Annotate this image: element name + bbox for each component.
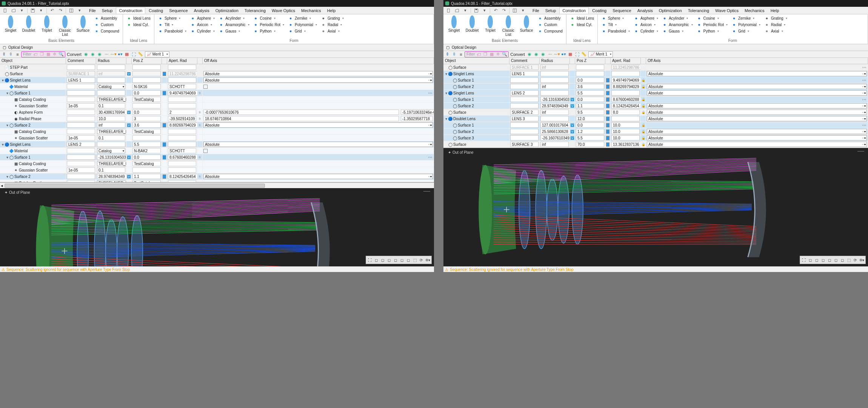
ribbon-python[interactable]: ●Python▾ [696,28,729,34]
menu-tolerancing[interactable]: Tolerancing [685,8,712,14]
tree-row[interactable]: 🔷MaterialCatalogN-SK16SCHOTT [0,83,434,90]
filter-gear-icon[interactable]: ✲ [51,51,58,57]
open-file-icon[interactable] [453,8,461,14]
ribbon-paraboloid[interactable]: ●Paraboloid▾ [157,28,188,34]
chevron-down-icon[interactable]: ▾ [519,8,527,14]
vt-cube-icon[interactable]: ⬚ [846,257,852,263]
chevron-down-icon[interactable]: ▾ [462,8,469,14]
more-icon[interactable]: ››› [862,111,866,114]
ribbon-grating[interactable]: ●Grating▾ [320,15,345,21]
tree-row[interactable]: ◯SurfaceSURFACE 1inf11.2245298786››› [443,64,868,71]
menu-coating[interactable]: Coating [589,8,609,14]
vt-fit-icon[interactable]: ⛶ [801,257,807,263]
menu-help[interactable]: Help [768,8,782,14]
ribbon-axial[interactable]: ●Axial▾ [763,28,788,34]
vt-gear-icon[interactable]: ✲▾ [425,257,431,263]
arrows-icon[interactable]: ⇳ [451,51,457,57]
arrows-icon[interactable]: ⇳ [8,51,14,57]
undo-icon[interactable]: ↶ [492,8,499,14]
filter-tag-icon[interactable]: 🏷 [476,51,482,57]
tree-row[interactable]: ▦Catalog CoatingTHREELAYER_EXTestCatalog [0,180,434,182]
tree-row[interactable]: ✴Gaussian Scatter1e-050.1 [0,103,434,109]
vt-fit-icon[interactable]: ⛶ [367,257,373,263]
vt-box6-icon[interactable]: ◻ [405,257,411,263]
grid-icon[interactable]: ▦ [567,51,574,57]
ribbon-polynomial[interactable]: ●Polynomial▾ [287,22,318,28]
tree-row[interactable]: ◉Radial Phase10.03-39.502914109⎘18.67467… [0,116,434,122]
tree-table[interactable]: Object Comment Radius Pos Z Apert. Rad O… [443,58,868,148]
redo-icon[interactable]: ↷ [57,8,64,14]
more-icon[interactable]: ››› [862,85,866,88]
h-scrollbar[interactable]: ◂ [0,182,434,188]
ribbon-periodic[interactable]: ●Periodic Rot▾ [696,22,729,28]
ribbon-asphere[interactable]: ●Asphere▾ [189,15,216,21]
ribbon-grating[interactable]: ●Grating▾ [763,15,788,21]
tree-row[interactable]: ◯Surface 1127.001017604V0.010.0🔒››› [443,122,868,128]
more-icon[interactable]: ››› [862,104,866,108]
more-icon[interactable]: ››› [862,98,866,101]
ribbon-asphere[interactable]: ●Asphere▾ [633,15,659,21]
dot-icon[interactable]: ●▾ [117,51,123,57]
more-icon[interactable]: ››› [428,72,432,76]
filter-tag-icon[interactable]: 🏷 [32,51,38,57]
tree-row[interactable]: ▾◯Surface 2infV3.68.88269794029⎘Absolute… [0,122,434,128]
vt-box4-icon[interactable]: ◻ [392,257,399,263]
ribbon-compound[interactable]: ●Compound [536,28,564,34]
tree-row[interactable]: ▦Catalog CoatingTHREELAYER_EXTestCatalog [0,161,434,167]
tree-row[interactable]: ▾🔵Singlet LensLENS 25.5Absolute››› [443,90,868,96]
ribbon-compound[interactable]: ●Compound [93,28,120,34]
menu-file[interactable]: File [530,8,542,14]
tree-row[interactable]: ◯SurfaceSURFACE 2inf9.58.0🔒Absolute››› [443,109,868,116]
ribbon-triplet[interactable]: Triplet [38,15,55,34]
new-file-icon[interactable] [2,8,9,14]
tree-row[interactable]: ✴Gaussian Scatter1e-050.1 [0,135,434,141]
ribbon-doublet[interactable]: Doublet [20,15,37,34]
arrows-v-icon[interactable]: ⇕ [444,51,451,57]
menu-setup[interactable]: Setup [99,8,115,14]
menu-wave-optics[interactable]: Wave Optics [269,8,298,14]
viewport-3d[interactable]: ✦ Out of Plane ⛶ ◻ ◻ ◻ ◻ ◻ ◻ ⬚ ⟳ ✲▾ [0,188,434,266]
tree-row[interactable]: 📄STEP Part [0,64,434,71]
ribbon-axial[interactable]: ●Axial▾ [320,28,345,34]
more-icon[interactable]: ››› [862,91,866,95]
filter-layers-icon[interactable]: ❐ [38,51,45,57]
tree-row[interactable]: ◯Surface 2inf3.68.88269794029🔒Absolute››… [443,83,868,90]
expand-toggle[interactable]: ▾ [5,123,9,127]
chevron-down-icon[interactable]: ▾ [76,8,83,14]
chevron-down-icon[interactable]: ▾ [18,8,26,14]
ribbon-zernike[interactable]: ●Zernike▾ [287,15,318,21]
vt-box2-icon[interactable]: ◻ [380,257,386,263]
list-icon[interactable]: ≡ [458,51,464,57]
ribbon-sphere[interactable]: ●Sphere▾ [157,15,188,21]
tree-row[interactable]: ▾🔵Doublet LensLENS 312.0Absolute››› [443,116,868,122]
filter-grid-icon[interactable]: ▦ [488,51,495,57]
menu-coating[interactable]: Coating [146,8,166,14]
menu-construction[interactable]: Construction [116,7,145,14]
menu-mechanics[interactable]: Mechanics [742,8,767,14]
ribbon-python[interactable]: ●Python▾ [252,28,285,34]
wave-icon[interactable]: ⁓ [103,51,110,57]
ribbon-acylinder[interactable]: ●Acylinder▾ [217,15,250,21]
ribbon-radial[interactable]: ●Radial▾ [320,22,345,28]
ribbon-axicon[interactable]: ●Axicon▾ [189,22,216,28]
more-icon[interactable]: ››› [428,91,432,95]
ruler-icon[interactable]: 📏 [581,51,587,57]
save-icon[interactable] [472,8,480,14]
tree-row[interactable]: ▾🔵Singlet LensLENS 1Absolute››› [0,77,434,83]
wave-dn-icon[interactable]: ⁓▾ [554,51,560,57]
tree-row[interactable]: ▾🔵Singlet LensLENS 25.5Absolute››› [0,141,434,148]
vt-box4-icon[interactable]: ◻ [826,257,833,263]
ribbon-periodic[interactable]: ●Periodic Rot▾ [252,22,285,28]
ribbon-cylinder[interactable]: ●Cylinder▾ [189,28,216,34]
tree-row[interactable]: ◯Surface 225.5866130628V1.210.0🔒Absolute… [443,128,868,135]
save-icon[interactable] [29,8,37,14]
ribbon-assembly[interactable]: ●Assembly [536,15,564,21]
ribbon-grid[interactable]: ●Grid▾ [730,28,762,34]
vt-refresh-icon[interactable]: ⟳ [418,257,424,263]
globe-up-icon[interactable]: ◉ [90,51,96,57]
ribbon-cosine[interactable]: ●Cosine▾ [696,15,729,21]
redo-icon[interactable]: ↷ [500,8,508,14]
tree-row[interactable]: ◯Surface 10.09.49749794069🔒››› [443,77,868,83]
tree-row[interactable]: ◯Surface 3-26.1607610349V5.510.0🔒Absolut… [443,135,868,141]
more-icon[interactable]: ››› [862,117,866,121]
